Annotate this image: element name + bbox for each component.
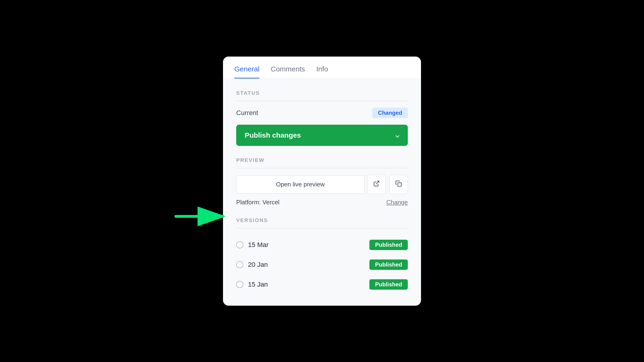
preview-section: PREVIEW Open live preview: [236, 157, 408, 206]
version-row-0: 15 Mar Published: [236, 235, 408, 255]
versions-section: VERSIONS 15 Mar Published 20 Jan Publish…: [236, 217, 408, 294]
tab-info[interactable]: Info: [316, 65, 328, 78]
version-date-1: 20 Jan: [248, 261, 268, 268]
version-row-2: 15 Jan Published: [236, 274, 408, 294]
panel-content: STATUS Current Changed Publish changes ⌵…: [223, 79, 421, 306]
version-radio-2[interactable]: [236, 281, 243, 288]
status-badge: Changed: [372, 108, 408, 118]
version-date-0: 15 Mar: [248, 241, 268, 249]
version-date-2: 15 Jan: [248, 281, 268, 288]
preview-buttons-row: Open live preview: [236, 175, 408, 194]
publish-button-label: Publish changes: [245, 131, 301, 139]
version-row-1: 20 Jan Published: [236, 255, 408, 274]
tab-bar: General Comments Info: [223, 56, 421, 78]
version-radio-1[interactable]: [236, 261, 243, 268]
preview-section-label: PREVIEW: [236, 157, 408, 163]
copy-button[interactable]: [390, 175, 408, 194]
tab-comments[interactable]: Comments: [271, 65, 305, 78]
version-status-1: Published: [370, 260, 408, 270]
platform-row: Platform: Vercel Change: [236, 199, 408, 206]
change-platform-link[interactable]: Change: [386, 199, 408, 206]
copy-icon: [395, 180, 402, 188]
status-section: STATUS Current Changed Publish changes ⌵: [236, 90, 408, 146]
status-divider: [236, 101, 408, 101]
tab-general[interactable]: General: [234, 65, 260, 78]
status-section-label: STATUS: [236, 90, 408, 96]
svg-line-2: [376, 181, 379, 184]
publish-changes-button[interactable]: Publish changes ⌵: [236, 125, 408, 146]
chevron-down-icon: ⌵: [395, 131, 399, 139]
preview-divider: [236, 168, 408, 168]
version-radio-0[interactable]: [236, 241, 243, 248]
current-status-row: Current Changed: [236, 108, 408, 118]
external-link-icon: [373, 180, 380, 188]
svg-rect-3: [398, 183, 402, 186]
version-status-2: Published: [370, 279, 408, 290]
external-link-button[interactable]: [367, 175, 386, 194]
versions-section-label: VERSIONS: [236, 217, 408, 224]
panel-card: General Comments Info STATUS Current Cha…: [223, 56, 421, 306]
platform-label: Platform: Vercel: [236, 199, 280, 206]
open-live-preview-button[interactable]: Open live preview: [236, 175, 364, 194]
version-status-0: Published: [370, 240, 408, 250]
current-label: Current: [236, 109, 258, 117]
